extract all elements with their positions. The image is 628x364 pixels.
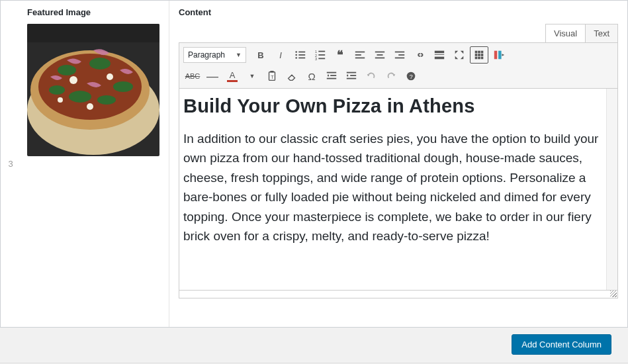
svg-rect-47 bbox=[481, 57, 484, 60]
svg-point-10 bbox=[69, 76, 77, 84]
svg-rect-43 bbox=[478, 54, 480, 56]
svg-point-6 bbox=[113, 81, 133, 92]
svg-rect-40 bbox=[478, 51, 480, 54]
read-more-button[interactable] bbox=[430, 46, 449, 64]
align-right-icon bbox=[394, 49, 406, 61]
fullscreen-icon bbox=[453, 49, 465, 61]
add-content-column-button[interactable]: Add Content Column bbox=[512, 334, 611, 355]
content-column: Content Visual Text Paragraph ▼ B I 123 … bbox=[169, 1, 627, 327]
row-index: 3 bbox=[1, 1, 21, 327]
svg-rect-54 bbox=[330, 75, 336, 76]
svg-rect-46 bbox=[478, 57, 480, 60]
svg-rect-41 bbox=[481, 51, 484, 54]
tab-visual[interactable]: Visual bbox=[545, 24, 586, 42]
featured-image-thumbnail[interactable] bbox=[27, 24, 159, 156]
svg-point-19 bbox=[295, 57, 297, 59]
align-right-button[interactable] bbox=[390, 46, 409, 64]
row-wrapper: 3 Featured Image bbox=[0, 0, 628, 328]
blockquote-button[interactable]: ❝ bbox=[331, 46, 349, 64]
numbered-list-button[interactable]: 123 bbox=[311, 46, 330, 64]
text-color-button[interactable]: A bbox=[223, 68, 242, 85]
svg-rect-51 bbox=[270, 71, 273, 73]
help-icon: ? bbox=[405, 70, 417, 82]
svg-rect-56 bbox=[347, 72, 356, 73]
svg-rect-38 bbox=[435, 57, 444, 60]
toolbar-toggle-icon bbox=[473, 49, 485, 61]
svg-point-5 bbox=[89, 58, 111, 69]
svg-rect-36 bbox=[435, 51, 444, 54]
svg-point-9 bbox=[97, 95, 116, 105]
redo-button[interactable] bbox=[382, 68, 400, 85]
eraser-icon bbox=[286, 70, 298, 82]
svg-text:?: ? bbox=[410, 73, 413, 80]
bulleted-list-button[interactable] bbox=[291, 46, 310, 64]
svg-rect-18 bbox=[298, 54, 305, 56]
read-more-icon bbox=[433, 49, 445, 61]
svg-point-12 bbox=[87, 103, 93, 110]
svg-rect-35 bbox=[395, 58, 404, 59]
align-left-icon bbox=[354, 49, 366, 61]
special-character-button[interactable]: Ω bbox=[302, 68, 321, 85]
svg-text:T: T bbox=[271, 74, 274, 80]
chevron-down-icon: ▼ bbox=[236, 52, 242, 58]
tab-text[interactable]: Text bbox=[585, 24, 618, 42]
pizza-image bbox=[27, 24, 159, 156]
content-heading[interactable]: Build Your Own Pizza in Athens bbox=[183, 95, 613, 117]
align-center-button[interactable] bbox=[371, 46, 389, 64]
divider bbox=[0, 363, 628, 363]
svg-point-7 bbox=[69, 91, 91, 103]
featured-image-column: Featured Image bbox=[21, 1, 169, 327]
svg-rect-27 bbox=[355, 52, 365, 53]
strikethrough-button[interactable]: ABC bbox=[183, 68, 202, 85]
featured-image-label: Featured Image bbox=[27, 7, 162, 17]
columns-icon bbox=[493, 49, 505, 61]
svg-rect-49 bbox=[498, 51, 502, 60]
align-center-icon bbox=[374, 49, 386, 61]
svg-point-15 bbox=[295, 51, 297, 53]
svg-rect-57 bbox=[350, 75, 356, 76]
svg-point-8 bbox=[49, 85, 65, 95]
editor-tabs: Visual Text bbox=[179, 24, 618, 42]
italic-button[interactable]: I bbox=[271, 46, 290, 64]
columns-button[interactable] bbox=[490, 46, 508, 64]
clipboard-icon: T bbox=[266, 70, 278, 82]
svg-point-4 bbox=[58, 65, 76, 75]
horizontal-rule-button[interactable]: — bbox=[203, 68, 222, 85]
bold-button[interactable]: B bbox=[251, 46, 270, 64]
undo-button[interactable] bbox=[362, 68, 381, 85]
svg-rect-34 bbox=[398, 54, 404, 56]
link-button[interactable] bbox=[410, 46, 429, 64]
svg-rect-29 bbox=[355, 58, 365, 59]
redo-icon bbox=[385, 70, 397, 82]
svg-text:3: 3 bbox=[315, 57, 317, 61]
svg-rect-30 bbox=[375, 52, 384, 53]
editor-scrollbar[interactable] bbox=[606, 89, 618, 290]
align-left-button[interactable] bbox=[351, 46, 369, 64]
svg-rect-55 bbox=[327, 78, 336, 79]
svg-rect-20 bbox=[298, 58, 305, 59]
svg-rect-26 bbox=[318, 58, 325, 60]
bulleted-list-icon bbox=[294, 49, 306, 61]
svg-rect-53 bbox=[327, 72, 336, 73]
svg-rect-48 bbox=[494, 51, 498, 60]
format-select-label: Paragraph bbox=[188, 50, 225, 60]
content-body[interactable]: In addition to our classic craft series … bbox=[183, 129, 613, 246]
indent-button[interactable] bbox=[342, 68, 361, 85]
paste-text-button[interactable]: T bbox=[263, 68, 281, 85]
format-select[interactable]: Paragraph ▼ bbox=[183, 47, 246, 63]
help-button[interactable]: ? bbox=[402, 68, 420, 85]
clear-formatting-button[interactable] bbox=[283, 68, 301, 85]
svg-rect-31 bbox=[377, 54, 382, 56]
svg-rect-24 bbox=[318, 54, 325, 56]
resize-handle[interactable] bbox=[610, 291, 617, 297]
toolbar-toggle-button[interactable] bbox=[470, 46, 488, 64]
svg-rect-37 bbox=[435, 54, 444, 55]
content-editor[interactable]: Build Your Own Pizza in Athens In additi… bbox=[179, 89, 618, 291]
undo-icon bbox=[365, 70, 377, 82]
svg-rect-44 bbox=[481, 54, 484, 56]
text-color-dropdown[interactable]: ▼ bbox=[243, 68, 261, 85]
svg-point-13 bbox=[58, 97, 63, 103]
fullscreen-button[interactable] bbox=[450, 46, 469, 64]
outdent-icon bbox=[326, 70, 337, 82]
outdent-button[interactable] bbox=[322, 68, 341, 85]
